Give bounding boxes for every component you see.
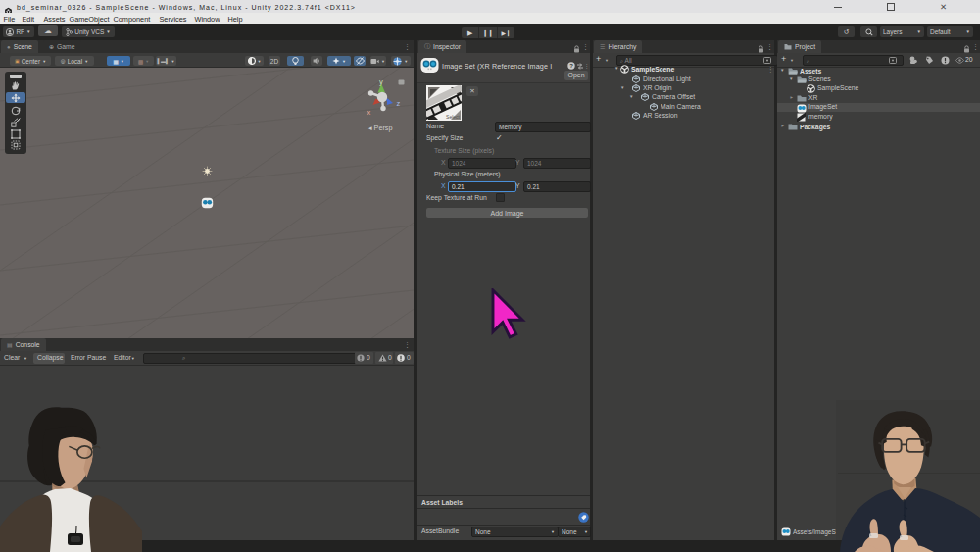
svg-text:Select: Select <box>446 114 461 120</box>
svg-text:◂ Persp: ◂ Persp <box>368 124 392 132</box>
svg-text:?: ? <box>569 63 573 69</box>
svg-text:x: x <box>368 108 371 117</box>
svg-text:z: z <box>397 99 401 108</box>
svg-text:y: y <box>379 77 383 86</box>
